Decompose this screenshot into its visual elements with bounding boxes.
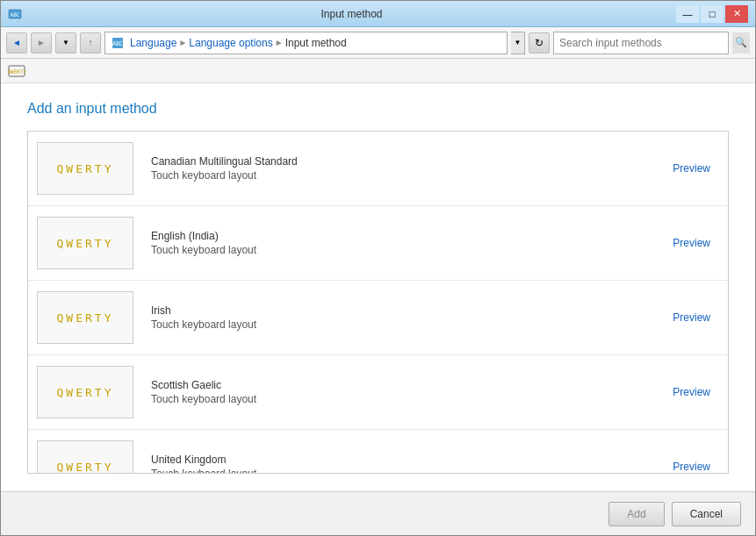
window-controls: — □ ✕	[676, 5, 748, 23]
address-bar: ◄ ► ▼ ↑ ABC Language ► Language options …	[1, 27, 755, 59]
preview-link-1[interactable]: Preview	[673, 237, 710, 249]
cancel-button[interactable]: Cancel	[672, 502, 741, 526]
search-button[interactable]: 🔍	[732, 32, 750, 54]
preview-link-2[interactable]: Preview	[673, 311, 710, 324]
toolbar-icon: QWERTY	[8, 62, 25, 80]
input-methods-list: QWERTY Canadian Multilingual Standard To…	[27, 131, 729, 474]
list-scroll-area[interactable]: QWERTY Canadian Multilingual Standard To…	[28, 132, 728, 473]
svg-text:QWERTY: QWERTY	[8, 68, 25, 75]
item-name-0: Canadian Multilingual Standard	[151, 155, 655, 168]
search-input[interactable]	[559, 37, 723, 49]
toolbar: QWERTY	[1, 59, 755, 83]
item-name-4: United Kingdom	[151, 454, 655, 466]
item-name-1: English (India)	[151, 230, 655, 242]
breadcrumb-item-current: Input method	[285, 37, 347, 49]
keyboard-thumbnail-0: QWERTY	[37, 142, 133, 195]
item-name-2: Irish	[151, 304, 655, 317]
title-bar: ABC Input method — □ ✕	[1, 1, 755, 27]
page-heading: Add an input method	[27, 101, 729, 117]
add-button[interactable]: Add	[608, 502, 664, 526]
item-name-3: Scottish Gaelic	[151, 379, 655, 391]
item-type-3: Touch keyboard layout	[151, 393, 655, 405]
window: ABC Input method — □ ✕ ◄ ► ▼ ↑ ABC Langu…	[0, 0, 756, 536]
up-button[interactable]: ↑	[80, 32, 101, 54]
breadcrumb-item-options[interactable]: Language options	[189, 37, 272, 49]
recent-button[interactable]: ▼	[55, 32, 76, 54]
minimize-button[interactable]: —	[676, 5, 699, 23]
item-type-1: Touch keyboard layout	[151, 244, 655, 256]
bottom-bar: Add Cancel	[1, 491, 755, 535]
main-content: Add an input method QWERTY Canadian Mult…	[1, 83, 755, 491]
breadcrumb: ABC Language ► Language options ► Input …	[104, 32, 508, 54]
keyboard-thumbnail-4: QWERTY	[37, 440, 133, 473]
item-type-0: Touch keyboard layout	[151, 169, 655, 182]
svg-text:ABC: ABC	[11, 11, 20, 18]
keyboard-thumbnail-1: QWERTY	[37, 217, 133, 269]
maximize-button[interactable]: □	[701, 5, 724, 23]
list-item: QWERTY Irish Touch keyboard layout Previ…	[28, 281, 728, 355]
search-box	[553, 32, 729, 54]
item-type-4: Touch keyboard layout	[151, 468, 655, 473]
app-icon: ABC	[8, 7, 22, 21]
preview-link-4[interactable]: Preview	[673, 461, 710, 473]
preview-link-0[interactable]: Preview	[673, 162, 710, 175]
refresh-button[interactable]: ↻	[529, 32, 550, 54]
item-type-2: Touch keyboard layout	[151, 318, 655, 331]
forward-button[interactable]: ►	[31, 32, 52, 54]
keyboard-thumbnail-2: QWERTY	[37, 291, 133, 344]
breadcrumb-item-language[interactable]: Language	[130, 37, 176, 49]
keyboard-thumbnail-3: QWERTY	[37, 366, 133, 418]
window-title: Input method	[27, 8, 676, 20]
list-item: QWERTY Canadian Multilingual Standard To…	[28, 132, 728, 206]
list-item: QWERTY United Kingdom Touch keyboard lay…	[28, 430, 728, 473]
address-dropdown[interactable]: ▼	[511, 32, 525, 54]
back-button[interactable]: ◄	[6, 32, 27, 54]
list-item: QWERTY English (India) Touch keyboard la…	[28, 206, 728, 281]
list-item: QWERTY Scottish Gaelic Touch keyboard la…	[28, 355, 728, 430]
close-button[interactable]: ✕	[725, 5, 748, 23]
svg-text:ABC: ABC	[112, 40, 124, 47]
preview-link-3[interactable]: Preview	[673, 386, 710, 398]
